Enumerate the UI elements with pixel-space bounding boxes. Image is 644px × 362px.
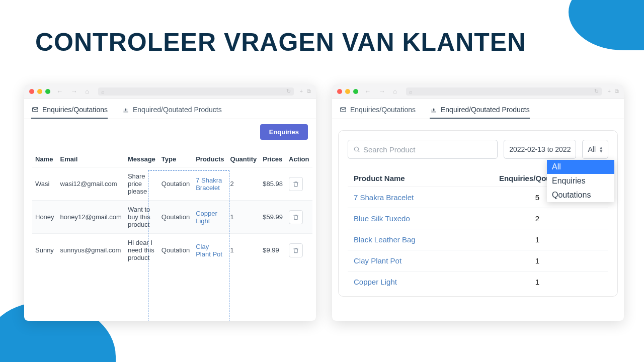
cell-quantity: 1 — [227, 201, 260, 234]
search-icon — [353, 146, 360, 153]
chevron-updown-icon: ▴▾ — [600, 146, 603, 153]
cell-count: 1 — [466, 250, 608, 272]
filter-option-all[interactable]: All — [547, 160, 614, 174]
table-row: Honey honey12@gmail.com Want to buy this… — [32, 201, 312, 234]
minimize-icon[interactable] — [37, 89, 42, 94]
table-row: Wasi wasi12@gmail.com Share price please… — [32, 167, 312, 201]
chart-icon — [122, 106, 130, 113]
chart-icon — [430, 106, 438, 113]
cell-count: 1 — [466, 229, 608, 250]
cell-count: 1 — [466, 272, 608, 293]
col-product-name: Product Name — [348, 170, 466, 187]
cell-quantity: 1 — [227, 234, 260, 267]
copy-icon[interactable]: ⧉ — [307, 88, 311, 95]
cell-message: Hi dear I need this product — [125, 234, 158, 267]
cell-quantity: 2 — [227, 167, 260, 201]
table-row: Black Leather Bag 1 — [348, 229, 608, 250]
col-message: Message — [125, 151, 158, 167]
delete-button[interactable] — [289, 243, 303, 257]
table-row: Copper Light 1 — [348, 272, 608, 293]
product-link[interactable]: 7 Shakra Bracelet — [354, 193, 414, 202]
table-header-row: Name Email Message Type Products Quantit… — [32, 151, 312, 167]
nav-arrows[interactable]: ← → ⌂ — [56, 87, 92, 95]
tab-enquiries-label: Enquiries/Qoutations — [350, 106, 416, 114]
cell-name: Honey — [32, 201, 57, 234]
cell-name: Wasi — [32, 167, 57, 201]
maximize-icon[interactable] — [353, 89, 358, 94]
cell-price: $85.98 — [260, 167, 286, 201]
window-chrome: ← → ⌂ ⌕↻ +⧉ — [24, 84, 316, 99]
filter-selected-value: All — [588, 145, 596, 153]
tab-enquiries-label: Enquiries/Qoutations — [42, 106, 108, 114]
window-chrome: ← → ⌂ ⌕↻ +⧉ — [332, 84, 624, 99]
col-name: Name — [32, 151, 57, 167]
product-link[interactable]: Copper Light — [354, 278, 397, 286]
product-link[interactable]: 7 Shakra Bracelet — [196, 176, 224, 192]
right-window: ← → ⌂ ⌕↻ +⧉ Enquiries/Qoutations Enquire… — [332, 84, 624, 321]
tab-products-label: Enquired/Qoutated Products — [441, 106, 530, 114]
svg-point-2 — [354, 147, 358, 151]
cell-type: Qoutation — [158, 234, 193, 267]
mail-icon — [339, 106, 347, 113]
product-link[interactable]: Copper Light — [196, 210, 224, 225]
product-link[interactable]: Clay Plant Pot — [196, 243, 224, 258]
cell-name: Sunny — [32, 234, 57, 267]
new-tab-icon[interactable]: + — [608, 88, 611, 95]
trash-icon — [292, 247, 299, 254]
url-bar[interactable]: ⌕↻ — [98, 87, 293, 96]
minimize-icon[interactable] — [345, 89, 350, 94]
filter-dropdown: All Enquiries Qoutations — [547, 160, 614, 202]
col-email: Email — [57, 151, 125, 167]
copy-icon[interactable]: ⧉ — [615, 88, 619, 95]
search-placeholder: Search Product — [363, 145, 415, 154]
enquiries-button[interactable]: Enquiries — [260, 124, 308, 140]
col-type: Type — [158, 151, 193, 167]
cell-type: Qoutation — [158, 167, 193, 201]
cell-email: honey12@gmail.com — [57, 201, 125, 234]
maximize-icon[interactable] — [45, 89, 50, 94]
col-prices: Prices — [260, 151, 286, 167]
filter-select[interactable]: All ▴▾ — [582, 140, 608, 159]
tab-products[interactable]: Enquired/Qoutated Products — [122, 102, 222, 119]
cell-price: $59.99 — [260, 201, 286, 234]
tab-enquiries[interactable]: Enquiries/Qoutations — [31, 102, 108, 119]
product-link[interactable]: Clay Plant Pot — [354, 256, 401, 265]
cell-message: Want to buy this product — [125, 201, 158, 234]
url-bar[interactable]: ⌕↻ — [406, 87, 601, 96]
mail-icon — [31, 106, 39, 113]
date-range-value: 2022-02-13 to 2022 — [509, 145, 571, 153]
left-window: ← → ⌂ ⌕↻ +⧉ Enquiries/Qoutations Enquire… — [24, 84, 316, 321]
close-icon[interactable] — [337, 89, 342, 94]
table-row: Blue Silk Tuxedo 2 — [348, 208, 608, 229]
filter-option-qoutations[interactable]: Qoutations — [547, 188, 614, 202]
table-row: Sunny sunnyus@gmail.com Hi dear I need t… — [32, 234, 312, 267]
filter-option-enquiries[interactable]: Enquiries — [547, 174, 614, 188]
trash-icon — [292, 180, 299, 188]
close-icon[interactable] — [29, 89, 34, 94]
new-tab-icon[interactable]: + — [300, 88, 303, 95]
trash-icon — [292, 214, 299, 221]
nav-arrows[interactable]: ← → ⌂ — [364, 87, 400, 95]
tab-enquiries[interactable]: Enquiries/Qoutations — [339, 102, 416, 119]
cell-email: wasi12@gmail.com — [57, 167, 125, 201]
decorative-blob-tr — [569, 0, 644, 50]
cell-message: Share price please — [125, 167, 158, 201]
col-action: Action — [286, 151, 312, 167]
col-products: Products — [193, 151, 227, 167]
delete-button[interactable] — [289, 177, 303, 191]
page-title: CONTROLEER VRAGEN VAN KLANTEN — [35, 28, 526, 57]
cell-price: $9.99 — [260, 234, 286, 267]
enquiries-table: Name Email Message Type Products Quantit… — [32, 151, 312, 266]
cell-count: 2 — [466, 208, 608, 229]
date-range-input[interactable]: 2022-02-13 to 2022 — [504, 140, 576, 159]
cell-type: Qoutation — [158, 201, 193, 234]
cell-email: sunnyus@gmail.com — [57, 234, 125, 267]
search-input[interactable]: Search Product — [348, 140, 498, 159]
product-link[interactable]: Blue Silk Tuxedo — [354, 214, 410, 223]
product-link[interactable]: Black Leather Bag — [354, 235, 416, 244]
col-quantity: Quantity — [227, 151, 260, 167]
table-row: Clay Plant Pot 1 — [348, 250, 608, 272]
delete-button[interactable] — [289, 210, 303, 224]
tab-products[interactable]: Enquired/Qoutated Products — [430, 102, 530, 119]
tab-products-label: Enquired/Qoutated Products — [133, 106, 222, 114]
